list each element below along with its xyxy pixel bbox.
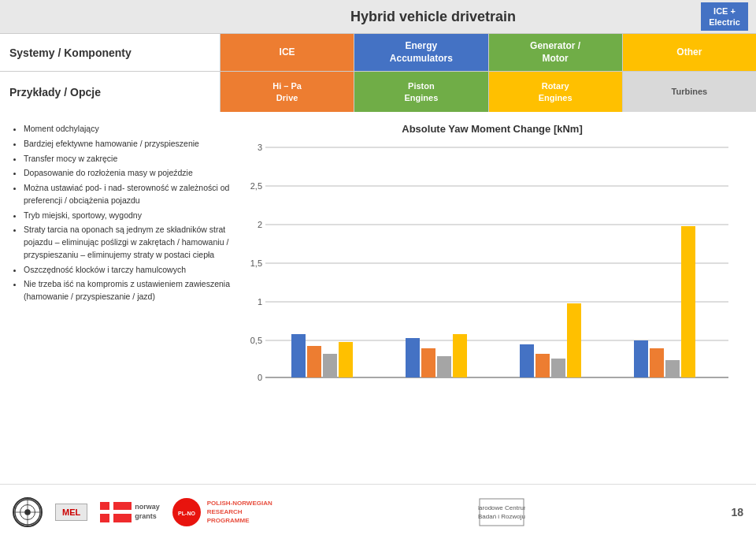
svg-rect-31 — [480, 499, 524, 526]
footer: MEL norwaygrants PL-NO POLISH-NORWEGIAN … — [0, 484, 756, 539]
svg-text:0,5: 0,5 — [250, 336, 262, 345]
cell-piston: PistonEngines — [354, 72, 488, 112]
ice-electric-badge: ICE + Electric — [701, 2, 748, 32]
bullet-item: Straty tarcia na oponach są jednym ze sk… — [24, 224, 232, 261]
polish-norwegian-logo: PL-NO POLISH-NORWEGIAN RESEARCH PROGRAMM… — [172, 498, 272, 526]
przyklady-label: Przykłady / Opcje — [0, 72, 220, 112]
bullet-item: Oszczędność klocków i tarczy hamulcowych — [24, 264, 232, 277]
systemy-row: Systemy / Komponenty ICE EnergyAccumulat… — [0, 33, 756, 71]
bar-2-1 — [406, 338, 420, 377]
bar-3-4 — [567, 303, 581, 377]
polish-logo-circle: PL-NO — [172, 498, 201, 526]
svg-text:0: 0 — [258, 373, 262, 382]
bar-3-1 — [520, 344, 534, 377]
bar-4-1 — [634, 340, 648, 377]
bar-3-2 — [536, 354, 550, 377]
svg-text:1,5: 1,5 — [250, 258, 262, 268]
bullet-item: Nie trzeba iść na kompromis z ustawienie… — [24, 278, 232, 303]
bullet-item: Bardziej efektywne hamowanie / przyspies… — [24, 138, 232, 151]
bar-1-4 — [339, 342, 353, 377]
bullet-item: Moment odchylający — [24, 123, 232, 136]
polish-norwegian-text: POLISH-NORWEGIAN RESEARCH PROGRAMME — [207, 499, 272, 526]
cell-rotary: RotaryEngines — [489, 72, 623, 112]
bullet-list-panel: Moment odchylającyBardziej efektywne ham… — [11, 120, 232, 476]
bar-4-4 — [681, 226, 695, 377]
cell-energy: EnergyAccumulators — [354, 34, 488, 71]
svg-text:Narodowe Centrum: Narodowe Centrum — [478, 504, 525, 511]
systemy-cells: ICE EnergyAccumulators Generator /Motor … — [220, 34, 756, 71]
university-logo — [13, 497, 43, 527]
chart-panel: Absolute Yaw Moment Change [kNm] 3 2,5 2… — [239, 120, 745, 476]
bar-1-1 — [291, 334, 306, 377]
bar-1-2 — [307, 346, 321, 377]
cell-ice: ICE — [220, 34, 354, 71]
bar-4-3 — [665, 360, 680, 377]
ncbr-logo: Narodowe Centrum Badań i Rozwoju — [478, 497, 525, 527]
bar-2-3 — [437, 356, 451, 377]
bar-4-2 — [650, 348, 664, 377]
mel-logo: MEL — [55, 504, 87, 521]
svg-text:3: 3 — [258, 143, 262, 152]
cell-other: Other — [623, 34, 756, 71]
bar-3-3 — [551, 359, 565, 377]
norway-flag — [100, 502, 132, 522]
bar-2-4 — [453, 334, 467, 377]
svg-text:1: 1 — [258, 297, 262, 307]
svg-text:2,5: 2,5 — [250, 181, 262, 191]
bar-2-2 — [421, 348, 435, 377]
cell-generator: Generator /Motor — [489, 34, 623, 71]
bullet-item: Transfer mocy w zakręcie — [24, 153, 232, 165]
bullet-item: Tryb miejski, sportowy, wygodny — [24, 210, 232, 222]
svg-text:PL-NO: PL-NO — [178, 511, 195, 516]
bullet-item: Można ustawiać pod- i nad- sterowność w … — [24, 182, 232, 207]
header-bar: Hybrid vehicle drivetrain ICE + Electric — [0, 0, 756, 33]
norway-grants-logo: norwaygrants — [100, 502, 160, 522]
cell-turbines: Turbines — [623, 72, 756, 112]
bullet-item: Dopasowanie do rozłożenia masy w pojeźdz… — [24, 167, 232, 180]
page-number: 18 — [731, 506, 743, 519]
cell-hippa: Hi – PaDrive — [220, 72, 354, 112]
main-content: Moment odchylającyBardziej efektywne ham… — [0, 112, 756, 484]
bullet-list: Moment odchylającyBardziej efektywne ham… — [11, 123, 232, 303]
bar-1-3 — [323, 354, 337, 377]
page-title: Hybrid vehicle drivetrain — [8, 9, 701, 25]
systemy-label: Systemy / Komponenty — [0, 34, 220, 71]
chart-title: Absolute Yaw Moment Change [kNm] — [239, 123, 745, 135]
svg-text:2: 2 — [258, 220, 262, 229]
svg-text:Badań i Rozwoju: Badań i Rozwoju — [478, 513, 525, 520]
norway-grants-text: norwaygrants — [135, 503, 160, 521]
bar-chart: 3 2,5 2 1,5 1 0,5 0 — [239, 139, 745, 384]
przyklady-cells: Hi – PaDrive PistonEngines RotaryEngines… — [220, 72, 756, 112]
przyklady-row: Przykłady / Opcje Hi – PaDrive PistonEng… — [0, 71, 756, 112]
